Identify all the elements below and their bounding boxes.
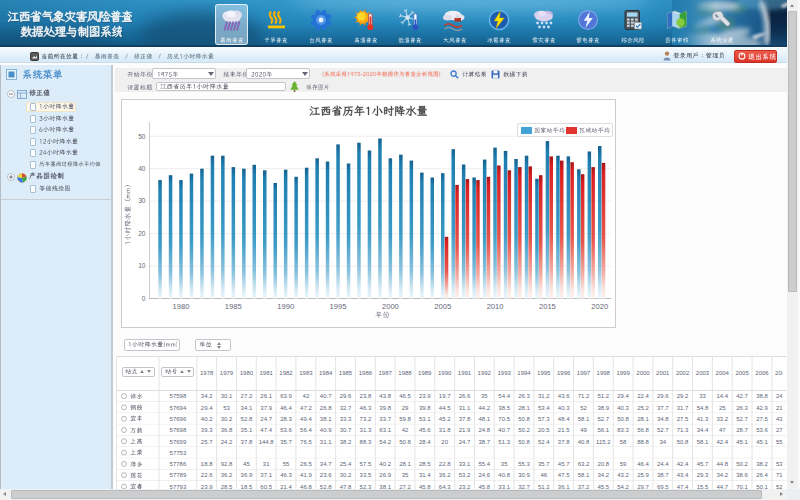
svg-text:34.7: 34.7 <box>320 461 332 467</box>
svg-text:52.7: 52.7 <box>736 416 748 422</box>
svg-text:24.6: 24.6 <box>478 472 490 478</box>
svg-text:58: 58 <box>620 439 627 445</box>
svg-text:55.3: 55.3 <box>518 461 530 467</box>
svg-text:47.5: 47.5 <box>558 472 570 478</box>
svg-text:43.2: 43.2 <box>617 472 629 478</box>
svg-text:47: 47 <box>719 427 726 433</box>
svg-text:50.8: 50.8 <box>677 439 689 445</box>
svg-text:34.2: 34.2 <box>597 472 609 478</box>
svg-text:27.5: 27.5 <box>756 416 768 422</box>
svg-text:57598: 57598 <box>170 393 187 399</box>
svg-text:39.8: 39.8 <box>419 405 431 411</box>
svg-text:37.1: 37.1 <box>260 472 272 478</box>
svg-text:46.5: 46.5 <box>399 393 411 399</box>
svg-text:2004: 2004 <box>716 370 730 376</box>
svg-text:28.3: 28.3 <box>280 416 292 422</box>
svg-text:30.2: 30.2 <box>221 416 233 422</box>
svg-text:59: 59 <box>620 461 627 467</box>
svg-text:34: 34 <box>659 439 666 445</box>
svg-text:59.8: 59.8 <box>399 416 411 422</box>
svg-text:25: 25 <box>719 405 726 411</box>
svg-text:44.8: 44.8 <box>716 461 728 467</box>
svg-text:30.1: 30.1 <box>221 393 233 399</box>
svg-text:48.4: 48.4 <box>558 416 570 422</box>
svg-text:52.8: 52.8 <box>241 416 253 422</box>
svg-text:1983: 1983 <box>299 370 313 376</box>
svg-text:27.5: 27.5 <box>677 416 689 422</box>
svg-text:1994: 1994 <box>517 370 531 376</box>
svg-text:55.4: 55.4 <box>478 461 490 467</box>
svg-text:22.8: 22.8 <box>439 461 451 467</box>
svg-text:49: 49 <box>580 427 587 433</box>
svg-text:29.4: 29.4 <box>617 393 629 399</box>
svg-text:57699: 57699 <box>170 439 187 445</box>
svg-text:71.3: 71.3 <box>677 427 689 433</box>
svg-text:29.2: 29.2 <box>677 393 689 399</box>
svg-text:42: 42 <box>303 393 310 399</box>
svg-text:29.6: 29.6 <box>340 393 352 399</box>
svg-text:1991: 1991 <box>458 370 472 376</box>
svg-text:20: 20 <box>441 439 448 445</box>
svg-text:73.2: 73.2 <box>360 416 372 422</box>
svg-text:41.3: 41.3 <box>697 416 709 422</box>
svg-text:31.4: 31.4 <box>419 472 431 478</box>
svg-text:40.3: 40.3 <box>558 405 570 411</box>
svg-text:33.2: 33.2 <box>716 416 728 422</box>
svg-text:70.5: 70.5 <box>498 416 510 422</box>
svg-text:58.1: 58.1 <box>578 416 590 422</box>
svg-text:88.8: 88.8 <box>637 439 649 445</box>
svg-text:1990: 1990 <box>438 370 452 376</box>
svg-text:37.8: 37.8 <box>241 439 253 445</box>
svg-text:22.4: 22.4 <box>637 393 649 399</box>
svg-text:44.5: 44.5 <box>439 405 451 411</box>
svg-text:2000: 2000 <box>636 370 650 376</box>
svg-text:51.3: 51.3 <box>498 439 510 445</box>
svg-text:54.4: 54.4 <box>498 393 510 399</box>
svg-text:35: 35 <box>501 461 508 467</box>
svg-text:37.7: 37.7 <box>657 405 669 411</box>
svg-text:38.2: 38.2 <box>340 439 352 445</box>
svg-text:52.7: 52.7 <box>657 427 669 433</box>
svg-text:52.4: 52.4 <box>538 439 550 445</box>
svg-text:29.4: 29.4 <box>201 405 213 411</box>
svg-text:29.6: 29.6 <box>657 393 669 399</box>
svg-text:20.5: 20.5 <box>538 427 550 433</box>
svg-text:38.2: 38.2 <box>756 461 768 467</box>
svg-text:1980: 1980 <box>240 370 254 376</box>
svg-text:43.8: 43.8 <box>379 393 391 399</box>
svg-text:26.8: 26.8 <box>320 405 332 411</box>
svg-text:1998: 1998 <box>597 370 611 376</box>
svg-text:52.7: 52.7 <box>597 416 609 422</box>
svg-text:35: 35 <box>402 472 409 478</box>
svg-text:35.7: 35.7 <box>280 439 292 445</box>
svg-text:24.7: 24.7 <box>459 439 471 445</box>
svg-text:57694: 57694 <box>170 405 187 411</box>
svg-text:53.2: 53.2 <box>459 472 471 478</box>
svg-text:29: 29 <box>402 405 409 411</box>
svg-text:45.6: 45.6 <box>419 427 431 433</box>
svg-text:25.2: 25.2 <box>637 405 649 411</box>
svg-text:29.3: 29.3 <box>697 472 709 478</box>
svg-text:50.2: 50.2 <box>736 461 748 467</box>
svg-text:1986: 1986 <box>359 370 373 376</box>
svg-text:27.2: 27.2 <box>241 393 253 399</box>
svg-text:40.2: 40.2 <box>201 416 213 422</box>
svg-text:1979: 1979 <box>220 370 234 376</box>
svg-text:28.1: 28.1 <box>518 405 530 411</box>
svg-text:28.5: 28.5 <box>419 461 431 467</box>
svg-text:36.8: 36.8 <box>221 427 233 433</box>
svg-text:1985: 1985 <box>339 370 353 376</box>
svg-text:20.8: 20.8 <box>597 461 609 467</box>
svg-text:42.4: 42.4 <box>716 439 728 445</box>
svg-text:40.9: 40.9 <box>320 427 332 433</box>
svg-text:50.8: 50.8 <box>518 439 530 445</box>
svg-text:83.3: 83.3 <box>617 427 629 433</box>
svg-text:34.2: 34.2 <box>716 472 728 478</box>
svg-text:34.1: 34.1 <box>241 405 253 411</box>
svg-text:1997: 1997 <box>577 370 591 376</box>
svg-text:1982: 1982 <box>279 370 293 376</box>
svg-text:2001: 2001 <box>656 370 670 376</box>
svg-text:53.6: 53.6 <box>756 427 768 433</box>
svg-text:24.7: 24.7 <box>260 416 272 422</box>
svg-text:31.2: 31.2 <box>538 393 550 399</box>
